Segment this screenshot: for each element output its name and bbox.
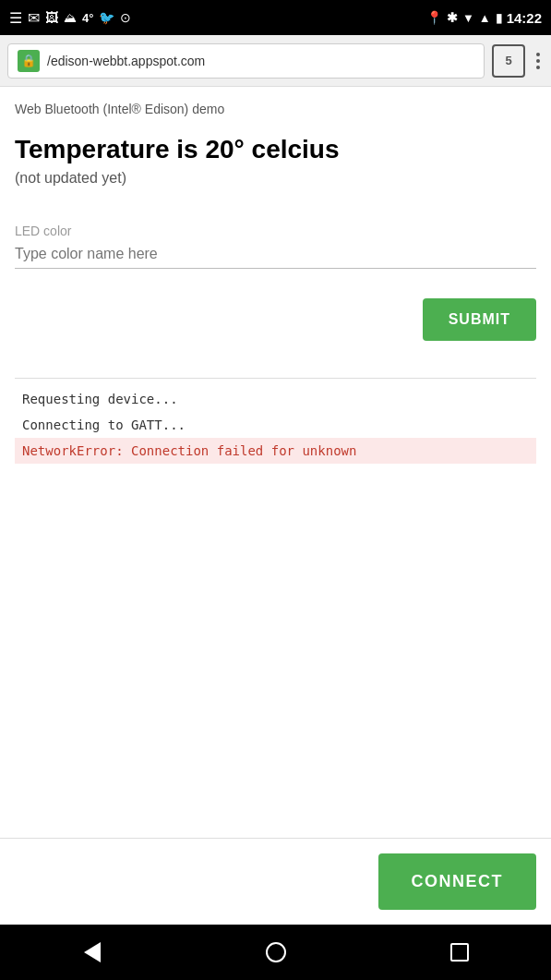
location-icon: 📍: [426, 10, 442, 25]
led-color-input[interactable]: [15, 246, 536, 269]
lock-icon: 🔒: [18, 50, 40, 72]
main-content: Web Bluetooth (Intel® Edison) demo Tempe…: [0, 87, 551, 838]
submit-button[interactable]: SUBMIT: [423, 298, 536, 341]
recents-button[interactable]: [439, 932, 480, 973]
wifi-icon: ▼: [462, 11, 474, 25]
chrome-icon: ⊙: [120, 10, 131, 25]
status-bar-icons: ☰ ✉ 🖼 ⛰ 4° 🐦 ⊙: [9, 9, 131, 27]
submit-row: SUBMIT: [15, 298, 536, 341]
signal-icon: ▲: [479, 11, 491, 25]
menu-dot-3: [536, 66, 540, 69]
temperature-indicator: 4°: [82, 11, 93, 25]
email-icon: ✉: [28, 9, 40, 27]
recents-square-icon: [450, 943, 469, 962]
log-line-1: Requesting device...: [15, 386, 536, 412]
temperature-heading: Temperature is 20° celcius: [15, 135, 536, 164]
menu-dot-2: [536, 59, 540, 63]
status-bar: ☰ ✉ 🖼 ⛰ 4° 🐦 ⊙ 📍 ✱ ▼ ▲ ▮ 14:22: [0, 0, 551, 35]
twitter-icon: 🐦: [99, 10, 114, 25]
connect-area: CONNECT: [0, 838, 551, 925]
temperature-subtext: (not updated yet): [15, 170, 536, 187]
back-triangle-icon: [84, 942, 101, 962]
mountain-icon: ⛰: [64, 10, 77, 25]
bluetooth-icon: ✱: [447, 10, 458, 25]
log-line-2: Connecting to GATT...: [15, 412, 536, 438]
led-section: LED color: [15, 224, 536, 269]
browser-menu-button[interactable]: [533, 49, 544, 73]
menu-icon: ☰: [9, 9, 22, 27]
connect-button[interactable]: CONNECT: [378, 853, 537, 910]
menu-dot-1: [536, 53, 540, 56]
battery-icon: ▮: [496, 11, 502, 25]
url-text: /edison-webbt.appspot.com: [47, 54, 474, 68]
clock: 14:22: [507, 10, 542, 26]
status-bar-right: 📍 ✱ ▼ ▲ ▮ 14:22: [426, 10, 542, 26]
led-label: LED color: [15, 224, 536, 238]
home-circle-icon: [266, 942, 286, 962]
url-bar[interactable]: 🔒 /edison-webbt.appspot.com: [7, 43, 485, 79]
nav-bar: [0, 925, 551, 980]
home-button[interactable]: [256, 932, 296, 973]
back-button[interactable]: [72, 932, 113, 973]
tab-count-button[interactable]: 5: [492, 44, 525, 78]
log-line-3-error: NetworkError: Connection failed for unkn…: [15, 438, 536, 464]
log-section: Requesting device... Connecting to GATT.…: [15, 378, 536, 464]
address-bar: 🔒 /edison-webbt.appspot.com 5: [0, 35, 551, 87]
image-icon: 🖼: [45, 10, 58, 25]
page-subtitle: Web Bluetooth (Intel® Edison) demo: [15, 102, 536, 116]
